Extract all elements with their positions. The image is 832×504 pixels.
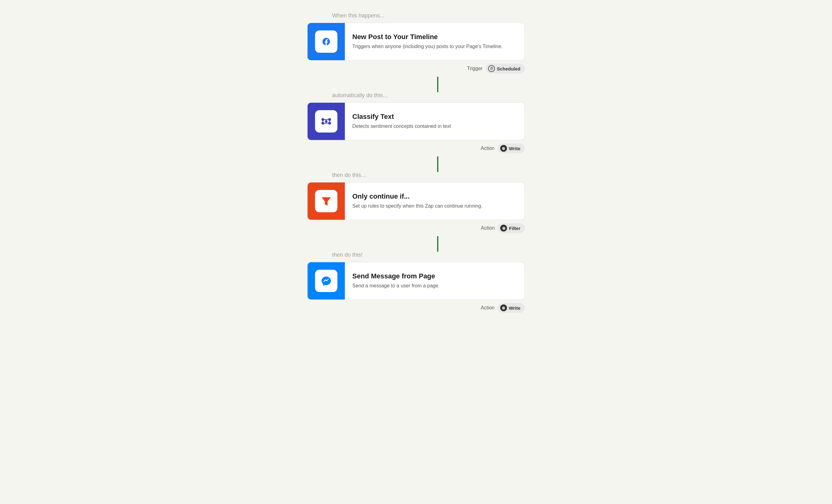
action1-badge-row: Action ⊕ Write	[307, 140, 525, 157]
action1-badge-text: Write	[509, 146, 520, 151]
action2-badge-row: Action ⊕ Filter	[307, 220, 525, 236]
classify-description: Detects sentiment concepts contained in …	[352, 122, 517, 130]
messenger-title: Send Message from Page	[352, 272, 517, 280]
messenger-description: Send a message to a user from a page.	[352, 282, 517, 289]
connector-1	[437, 77, 438, 92]
write-icon-2: ⊕	[500, 304, 507, 311]
trigger-card[interactable]: New Post to Your Timeline Triggers when …	[307, 23, 525, 60]
action1-badge: ⊕ Write	[498, 143, 525, 153]
messenger-content: Send Message from Page Send a message to…	[345, 266, 524, 296]
svg-rect-0	[315, 30, 337, 53]
svg-point-10	[325, 120, 328, 122]
filter-description: Set up rules to specify when this Zap ca…	[352, 202, 517, 210]
trigger-title: New Post to Your Timeline	[352, 33, 517, 41]
trigger-content: New Post to Your Timeline Triggers when …	[345, 27, 524, 56]
connector-2	[437, 157, 438, 172]
step4-label: then do this!	[332, 252, 363, 258]
trigger-description: Triggers when anyone (including you) pos…	[352, 43, 517, 50]
action2-badge-text: Filter	[509, 226, 520, 231]
messenger-card[interactable]: Send Message from Page Send a message to…	[307, 262, 525, 300]
connector-3	[437, 236, 438, 252]
classify-icon	[308, 103, 345, 140]
filter-title: Only continue if...	[352, 192, 517, 200]
classify-title: Classify Text	[352, 113, 517, 121]
action3-badge: ⊕ Write	[498, 303, 525, 313]
action3-badge-row: Action ⊕ Write	[307, 300, 525, 316]
step1-label: When this happens...	[332, 12, 385, 19]
classify-card[interactable]: Classify Text Detects sentiment concepts…	[307, 103, 525, 140]
filter-content: Only continue if... Set up rules to spec…	[345, 186, 524, 216]
action2-badge-label: Action	[481, 225, 495, 231]
filter-card[interactable]: Only continue if... Set up rules to spec…	[307, 182, 525, 220]
action3-badge-label: Action	[480, 305, 494, 311]
action1-badge-label: Action	[480, 145, 494, 151]
trigger-badge-row: Trigger ⏱ Scheduled	[307, 60, 525, 77]
classify-content: Classify Text Detects sentiment concepts…	[345, 107, 524, 136]
filter-icon-bg	[308, 183, 345, 220]
step2-label: automatically do this...	[332, 92, 387, 99]
write-icon-1: ⊕	[500, 145, 507, 152]
action2-badge: ⊕ Filter	[498, 223, 525, 233]
step3-label: then do this...	[332, 172, 366, 178]
clock-icon: ⏱	[488, 65, 495, 72]
trigger-badge: ⏱ Scheduled	[486, 64, 525, 74]
filter-badge-icon: ⊕	[500, 225, 507, 231]
action3-badge-text: Write	[509, 305, 520, 311]
messenger-icon	[308, 262, 345, 300]
workflow-container: When this happens... New Post to Your Ti…	[307, 12, 525, 492]
trigger-badge-label: Trigger	[467, 66, 483, 72]
facebook-icon	[308, 23, 345, 60]
trigger-badge-text: Scheduled	[497, 66, 520, 72]
